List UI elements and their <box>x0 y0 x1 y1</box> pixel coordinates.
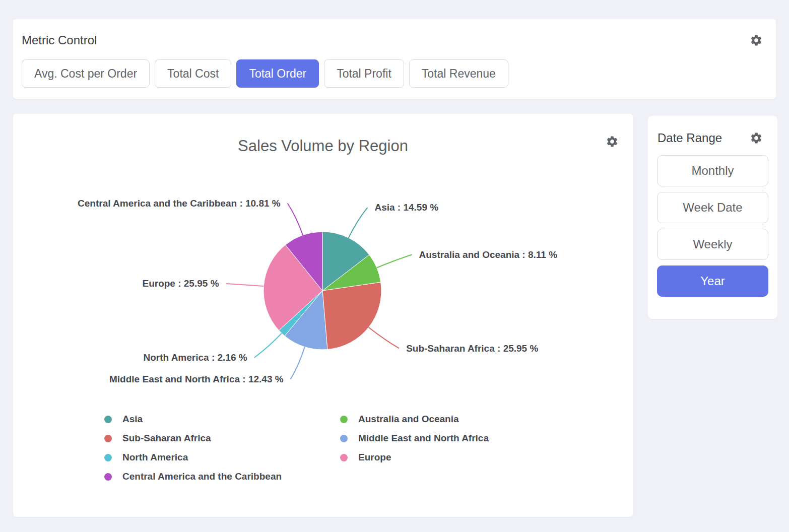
legend-label: Australia and Oceania <box>358 414 459 425</box>
legend-label: North America <box>122 452 188 463</box>
date-range-header: Date Range <box>657 131 768 145</box>
legend-item-australia-and-oceania[interactable]: Australia and Oceania <box>340 414 489 425</box>
metric-button-total-profit[interactable]: Total Profit <box>324 59 404 88</box>
date-range-button-weekly[interactable]: Weekly <box>657 229 768 260</box>
pie-label-north-america: North America : 2.16 % <box>143 352 247 363</box>
sales-volume-chart-panel: Sales Volume by Region Asia : 14.59 %Aus… <box>13 114 633 517</box>
legend-label: Middle East and North Africa <box>358 433 489 444</box>
pie-label-sub-saharan-africa: Sub-Saharan Africa : 25.95 % <box>406 343 538 354</box>
metric-button-total-cost[interactable]: Total Cost <box>155 59 231 88</box>
date-range-panel: Date Range MonthlyWeek DateWeeklyYear <box>648 116 777 319</box>
metric-control-panel: Metric Control Avg. Cost per OrderTotal … <box>13 19 776 99</box>
metric-control-header: Metric Control <box>22 33 763 47</box>
pie-label-line-sub-saharan-africa <box>369 327 399 349</box>
pie-label-line-north-america <box>254 333 282 357</box>
settings-icon[interactable] <box>750 131 763 145</box>
pie-label-line-australia-and-oceania <box>377 254 412 268</box>
legend-marker-icon <box>104 473 112 481</box>
date-range-button-week-date[interactable]: Week Date <box>657 192 768 223</box>
pie-label-line-central-america-and-the-caribbean <box>288 204 303 235</box>
date-range-button-group: MonthlyWeek DateWeeklyYear <box>657 155 768 297</box>
pie-label-asia: Asia : 14.59 % <box>374 202 438 213</box>
legend-marker-icon <box>340 435 348 442</box>
date-range-button-monthly[interactable]: Monthly <box>657 155 768 186</box>
metric-control-title: Metric Control <box>22 33 97 47</box>
legend-item-central-america-and-the-caribbean[interactable]: Central America and the Caribbean <box>104 471 340 482</box>
legend-item-asia[interactable]: Asia <box>104 414 340 425</box>
legend-label: Europe <box>358 452 391 463</box>
pie-label-central-america-and-the-caribbean: Central America and the Caribbean : 10.8… <box>78 198 281 209</box>
pie-label-middle-east-and-north-africa: Middle East and North Africa : 12.43 % <box>109 374 284 384</box>
pie-slice-sub-saharan-africa[interactable] <box>322 282 381 349</box>
pie-label-australia-and-oceania: Australia and Oceania : 8.11 % <box>419 249 558 260</box>
pie-label-europe: Europe : 25.95 % <box>142 278 219 289</box>
pie-label-line-middle-east-and-north-africa <box>291 347 305 379</box>
chart-legend: AsiaAustralia and OceaniaSub-Saharan Afr… <box>104 410 489 486</box>
legend-marker-icon <box>104 435 112 442</box>
legend-label: Asia <box>122 414 143 425</box>
legend-marker-icon <box>340 416 348 423</box>
legend-item-north-america[interactable]: North America <box>104 452 340 463</box>
pie-label-line-europe <box>226 284 264 286</box>
legend-item-sub-saharan-africa[interactable]: Sub-Saharan Africa <box>104 433 340 444</box>
legend-label: Sub-Saharan Africa <box>122 433 211 444</box>
metric-button-total-order[interactable]: Total Order <box>236 59 319 88</box>
legend-label: Central America and the Caribbean <box>122 471 282 482</box>
metric-button-group: Avg. Cost per OrderTotal CostTotal Order… <box>22 59 763 88</box>
date-range-title: Date Range <box>658 131 722 145</box>
date-range-button-year[interactable]: Year <box>657 265 768 297</box>
metric-button-avg-cost-per-order[interactable]: Avg. Cost per Order <box>22 59 150 88</box>
metric-button-total-revenue[interactable]: Total Revenue <box>409 59 508 88</box>
legend-marker-icon <box>104 454 112 461</box>
legend-marker-icon <box>104 416 112 423</box>
legend-item-europe[interactable]: Europe <box>340 452 489 463</box>
settings-icon[interactable] <box>750 34 763 47</box>
legend-item-middle-east-and-north-africa[interactable]: Middle East and North Africa <box>340 433 489 444</box>
legend-marker-icon <box>340 454 348 461</box>
pie-label-line-asia <box>349 208 368 238</box>
